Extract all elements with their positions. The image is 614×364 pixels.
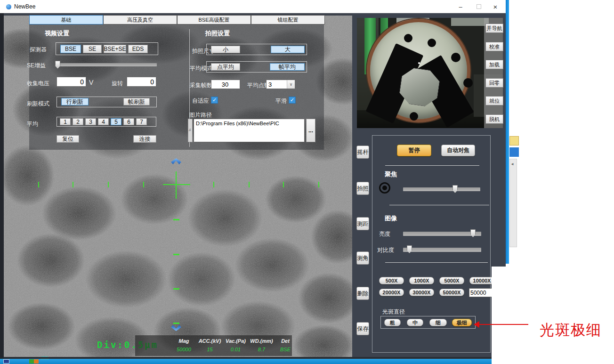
se-gain-label: SE增益 [27, 62, 46, 70]
tab-lens-config[interactable]: 镜组配置 [251, 15, 325, 24]
average-4-button[interactable]: 4 [98, 118, 109, 125]
average-1-button[interactable]: 1 [60, 118, 71, 125]
newbee-window: NewBee – × 基础 高压及真空 [0, 0, 506, 359]
stage-hole [410, 112, 418, 121]
maximize-button[interactable] [477, 4, 481, 9]
contrast-slider-track[interactable] [403, 248, 481, 252]
stage-hole [451, 53, 460, 62]
tool-joystick-button[interactable]: 摇杆 [356, 146, 369, 159]
brightness-slider-track[interactable] [403, 232, 481, 236]
photo-size-large-button[interactable]: 大 [271, 46, 305, 53]
status-value-mag: 50000 [171, 347, 197, 352]
average-2-button[interactable]: 2 [73, 118, 83, 125]
nav-calibrate-button[interactable]: 校准 [485, 42, 503, 51]
title-bar[interactable] [0, 0, 506, 13]
focus-slider-track[interactable] [403, 187, 480, 191]
annotation-text: 光斑极细 [540, 320, 602, 340]
document-white-patch [492, 267, 614, 364]
spot-coarse-button[interactable]: 粗 [384, 319, 401, 326]
mag-500x-button[interactable]: 500X [379, 277, 404, 284]
frames-input[interactable] [211, 80, 240, 89]
pause-button[interactable]: 暂停 [397, 145, 431, 156]
taskbar[interactable] [0, 359, 492, 364]
ruler-tick [213, 182, 214, 187]
mag-30000x-button[interactable]: 30000X [409, 289, 434, 296]
window-bottom-strip [4, 357, 506, 359]
nav-open-navigation-button[interactable]: 开导航 [485, 24, 503, 33]
tab-basic[interactable]: 基础 [29, 15, 103, 24]
status-header-det: Det [275, 338, 296, 344]
status-value-det: BSE [275, 347, 296, 352]
image-section-label: 图像 [385, 214, 397, 223]
tool-capture-button[interactable]: 拍照 [356, 182, 369, 195]
mag-50000x-button[interactable]: 50000X [439, 289, 464, 296]
taskbar-app-icon[interactable] [29, 359, 39, 364]
rotation-input[interactable] [127, 77, 156, 87]
divider [385, 165, 479, 166]
reset-button[interactable]: 复位 [57, 135, 79, 143]
smooth-checkbox[interactable]: ✓ [289, 97, 296, 104]
close-button[interactable]: × [487, 0, 503, 13]
spot-medium-button[interactable]: 中 [407, 319, 423, 326]
spot-extra-fine-button[interactable]: 极细 [452, 319, 472, 326]
average-3-button[interactable]: 3 [85, 118, 96, 125]
browse-button[interactable]: ... [306, 119, 315, 142]
taskbar-explorer-icon[interactable] [3, 359, 9, 364]
record-icon[interactable] [379, 182, 390, 194]
nav-offline-button[interactable]: 脱机 [485, 114, 503, 124]
point-average-button[interactable]: 点平均 [211, 63, 240, 71]
average-5-button[interactable]: 5 [111, 118, 121, 125]
stage-hole [404, 34, 412, 42]
nav-load-button[interactable]: 加载 [485, 60, 503, 69]
smooth-label: 平滑 [275, 97, 287, 105]
detector-eds-button[interactable]: EDS [128, 45, 148, 53]
line-refresh-button[interactable]: 行刷新 [61, 98, 89, 105]
detector-se-button[interactable]: SE [83, 45, 102, 53]
ruler-tick [173, 323, 179, 324]
path-box[interactable]: D:\Program Files (x86)\NewBee\PIC [194, 119, 305, 142]
ruler-tick [38, 182, 39, 187]
mag-5000x-button[interactable]: 5000X [439, 277, 464, 284]
status-value-vac: 0.01 [223, 347, 249, 352]
mag-value-input[interactable] [469, 288, 494, 297]
points-dropdown[interactable]: 3 ∨ [266, 80, 295, 89]
frame-refresh-button[interactable]: 帧刷新 [123, 98, 150, 105]
tab-bse-advanced[interactable]: BSE高级配置 [177, 15, 251, 24]
path-label: 图片路径 [189, 111, 212, 119]
stage-hole [428, 39, 436, 47]
adaptive-label: 自适应 [192, 97, 209, 105]
photo-size-small-button[interactable]: 小 [211, 46, 240, 53]
spot-diameter-label: 光斑直径 [382, 308, 405, 316]
autofocus-button[interactable]: 自动对焦 [441, 145, 475, 156]
status-header-acc: ACC.(kV) [197, 338, 223, 344]
connect-button[interactable]: 连接 [133, 135, 156, 143]
mag-20000x-button[interactable]: 20000X [379, 289, 404, 296]
average-6-button[interactable]: 6 [123, 118, 134, 125]
detector-bse-se-button[interactable]: BSE+SE [104, 45, 126, 53]
mag-1000x-button[interactable]: 1000X [409, 277, 434, 284]
chevron-down-icon[interactable]: ∨ [287, 80, 295, 89]
tab-hv-vacuum[interactable]: 高压及真空 [103, 15, 177, 24]
nav-home-button[interactable]: 回零 [485, 78, 503, 88]
tool-measure-angle-button[interactable]: 测角 [356, 251, 369, 265]
collect-voltage-input[interactable] [57, 77, 86, 87]
adaptive-checkbox[interactable]: ✓ [211, 97, 218, 104]
tool-measure-distance-button[interactable]: 测距 [356, 217, 369, 230]
tool-delete-button[interactable]: 删除 [356, 287, 369, 300]
status-header-mag: Mag [171, 338, 197, 344]
tool-save-button[interactable]: 保存 [356, 322, 369, 335]
se-gain-slider-track[interactable] [55, 63, 157, 66]
frames-label: 采集帧数 [190, 81, 212, 89]
average-7-button[interactable]: 7 [136, 118, 147, 125]
mag-10000x-button[interactable]: 10000X [469, 277, 494, 284]
background-sliver-yellow [509, 136, 519, 146]
minimize-button[interactable]: – [452, 0, 469, 13]
collect-voltage-label: 收集电压 [27, 80, 49, 88]
detector-bse-button[interactable]: BSE [60, 45, 81, 53]
frame-average-button[interactable]: 帧平均 [270, 63, 305, 71]
window-title: NewBee [14, 3, 35, 10]
screenshot-stage: NewBee – × 基础 高压及真空 [0, 0, 614, 364]
nav-in-position-button[interactable]: 就位 [485, 96, 503, 105]
divider [389, 205, 489, 205]
spot-fine-button[interactable]: 细 [429, 319, 447, 326]
